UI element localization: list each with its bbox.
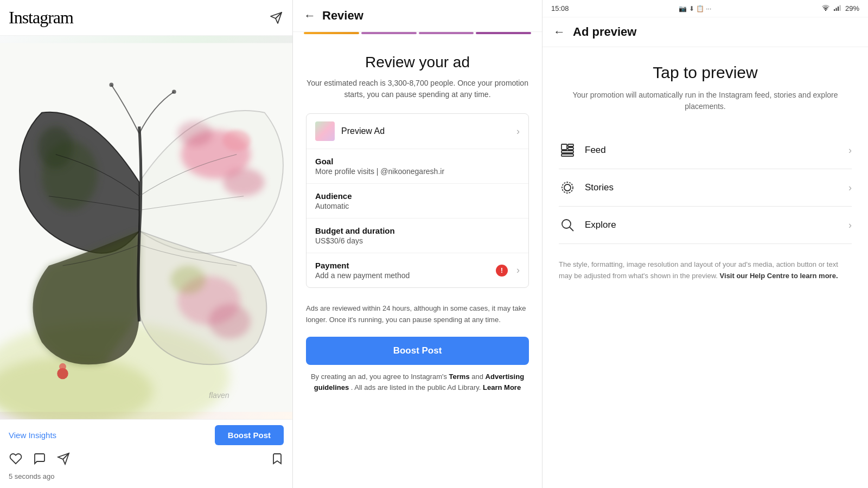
ad-preview-title: Ad preview bbox=[573, 25, 636, 39]
goal-value: More profile visits | @nikoonegaresh.ir bbox=[315, 167, 520, 176]
status-time: 15:08 bbox=[551, 4, 569, 12]
status-bar: 15:08 📷 ⬇ 📋 ··· 29% bbox=[542, 0, 868, 17]
review-header: ← Review bbox=[293, 0, 542, 32]
feed-label: Feed bbox=[585, 145, 848, 156]
goal-title: Goal bbox=[315, 157, 520, 166]
audience-content: Audience Automatic bbox=[315, 191, 520, 210]
terms-prefix: By creating an ad, you agree to Instagra… bbox=[311, 373, 449, 381]
disclaimer-text: Ads are reviewed within 24 hours, althou… bbox=[306, 297, 529, 332]
status-center-icons: 📷 ⬇ 📋 ··· bbox=[679, 5, 711, 12]
stories-chevron: › bbox=[848, 182, 852, 194]
ad-preview-panel: 15:08 📷 ⬇ 📋 ··· 29% bbox=[542, 0, 868, 488]
svg-rect-28 bbox=[568, 147, 573, 150]
svg-point-8 bbox=[223, 130, 251, 151]
svg-point-10 bbox=[39, 126, 73, 168]
stories-icon bbox=[559, 179, 576, 196]
budget-value: US$30/6 days bbox=[315, 236, 520, 245]
placement-list: Feed › Stories › bbox=[559, 132, 852, 244]
and-text: and bbox=[471, 373, 485, 381]
preview-ad-content: Preview Ad bbox=[341, 126, 512, 136]
preview-ad-thumbnail bbox=[315, 121, 335, 141]
budget-title: Budget and duration bbox=[315, 226, 520, 235]
svg-point-7 bbox=[177, 121, 212, 146]
boost-post-main-button[interactable]: Boost Post bbox=[306, 337, 529, 365]
svg-rect-27 bbox=[568, 144, 573, 146]
svg-point-13 bbox=[170, 266, 205, 293]
svg-point-6 bbox=[223, 168, 265, 196]
budget-item: Budget and duration US$30/6 days bbox=[307, 219, 528, 253]
payment-chevron: › bbox=[516, 265, 520, 276]
budget-content: Budget and duration US$30/6 days bbox=[315, 226, 520, 245]
payment-error-badge: ! bbox=[496, 265, 508, 277]
status-right: 29% bbox=[821, 4, 859, 12]
terms-link[interactable]: Terms bbox=[449, 373, 470, 381]
explore-label: Explore bbox=[585, 220, 848, 230]
svg-rect-24 bbox=[838, 7, 839, 11]
payment-value: Add a new payment method bbox=[315, 271, 496, 280]
stories-placement-item[interactable]: Stories › bbox=[559, 169, 852, 207]
feed-chevron: › bbox=[848, 145, 852, 156]
insights-boost-row: View Insights Boost Post bbox=[9, 425, 284, 445]
comment-icon[interactable] bbox=[33, 452, 47, 466]
post-actions-bar: View Insights Boost Post bbox=[0, 419, 292, 488]
explore-icon bbox=[559, 216, 576, 234]
preview-ad-label: Preview Ad bbox=[341, 126, 512, 136]
svg-point-12 bbox=[209, 304, 251, 339]
instagram-post-panel: Instagram bbox=[0, 0, 293, 488]
post-image: flaven bbox=[0, 36, 292, 419]
explore-chevron: › bbox=[848, 220, 852, 231]
signal-icon bbox=[833, 4, 842, 12]
heart-icon[interactable] bbox=[9, 452, 23, 466]
svg-point-32 bbox=[564, 184, 571, 191]
svg-line-34 bbox=[570, 227, 573, 231]
preview-ad-item[interactable]: Preview Ad › bbox=[307, 114, 528, 149]
svg-point-31 bbox=[562, 182, 573, 193]
boost-post-button-left[interactable]: Boost Post bbox=[215, 425, 284, 445]
action-icons-left bbox=[9, 452, 71, 466]
battery-status: 29% bbox=[845, 4, 859, 12]
share-icon[interactable] bbox=[56, 452, 71, 466]
learn-more-link[interactable]: Learn More bbox=[483, 383, 521, 391]
svg-rect-26 bbox=[561, 144, 567, 150]
explore-placement-item[interactable]: Explore › bbox=[559, 207, 852, 244]
bookmark-icon[interactable] bbox=[270, 452, 284, 466]
view-insights-link[interactable]: View Insights bbox=[9, 431, 56, 440]
audience-value: Automatic bbox=[315, 202, 520, 210]
svg-text:flaven: flaven bbox=[209, 391, 229, 400]
payment-item[interactable]: Payment Add a new payment method ! › bbox=[307, 253, 528, 287]
svg-rect-25 bbox=[839, 5, 840, 11]
svg-rect-30 bbox=[561, 154, 573, 156]
svg-point-33 bbox=[562, 220, 571, 228]
svg-rect-22 bbox=[834, 9, 835, 11]
ad-preview-header: ← Ad preview bbox=[542, 17, 868, 47]
review-back-button[interactable]: ← bbox=[304, 10, 316, 22]
instagram-header: Instagram bbox=[0, 0, 292, 36]
stories-label: Stories bbox=[585, 182, 848, 193]
feed-icon bbox=[559, 142, 576, 159]
goal-content: Goal More profile visits | @nikoonegares… bbox=[315, 157, 520, 176]
svg-point-15 bbox=[172, 89, 176, 94]
send-icon[interactable] bbox=[269, 10, 284, 25]
svg-point-17 bbox=[59, 363, 66, 370]
svg-rect-29 bbox=[561, 151, 573, 153]
tap-to-preview-title: Tap to preview bbox=[559, 63, 852, 82]
review-header-title: Review bbox=[322, 9, 363, 23]
review-panel: ← Review Review your ad Your estimated r… bbox=[293, 0, 542, 488]
action-icons-row bbox=[9, 450, 284, 468]
ad-note: The style, formatting, image resolution … bbox=[559, 259, 852, 282]
review-body: Review your ad Your estimated reach is 3… bbox=[293, 43, 542, 488]
progress-2 bbox=[361, 32, 417, 34]
period-text: . All ads are listed in the public Ad Li… bbox=[351, 383, 483, 391]
wifi-icon bbox=[821, 4, 830, 12]
svg-point-21 bbox=[825, 10, 826, 11]
tap-to-preview-subtitle: Your promotion will automatically run in… bbox=[559, 89, 852, 112]
feed-placement-item[interactable]: Feed › bbox=[559, 132, 852, 169]
progress-3 bbox=[419, 32, 474, 34]
help-centre-link[interactable]: Visit our Help Centre to learn more. bbox=[720, 272, 838, 280]
goal-item: Goal More profile visits | @nikoonegares… bbox=[307, 149, 528, 184]
audience-title: Audience bbox=[315, 191, 520, 201]
ad-preview-back-button[interactable]: ← bbox=[553, 25, 565, 39]
progress-4 bbox=[476, 32, 531, 34]
ad-preview-body: Tap to preview Your promotion will autom… bbox=[542, 47, 868, 488]
review-main-title: Review your ad bbox=[306, 54, 529, 71]
